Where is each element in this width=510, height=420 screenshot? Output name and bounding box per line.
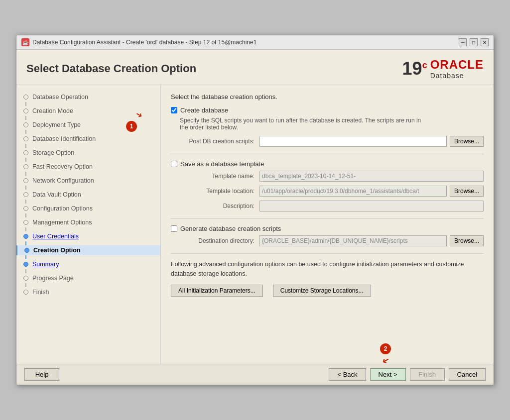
dot-management-options [23,220,28,225]
dest-dir-browse[interactable]: Browse... [450,235,484,246]
advanced-text: Following advanced configuration options… [171,260,484,279]
maximize-button[interactable]: □ [470,38,478,46]
footer-right: 2 ➜ < Back Next > Finish Cancel [329,368,486,381]
dest-dir-row: Destination directory: Browse... [180,235,484,246]
sidebar-label-creation-mode: Creation Mode [32,107,73,114]
back-button[interactable]: < Back [329,368,366,381]
sidebar-item-network-configuration: Network Configuration [16,176,160,186]
create-database-label: Create database [180,106,228,114]
finish-button[interactable]: Finish [410,368,445,381]
customize-storage-button[interactable]: Customize Storage Locations... [273,285,371,297]
save-template-checkbox[interactable] [171,161,177,167]
cancel-button[interactable]: Cancel [449,368,486,381]
dot-summary [23,262,28,267]
sidebar-label-storage-option: Storage Option [32,149,74,156]
annotation-circle-2: 2 [380,343,391,354]
dot-creation-option [24,248,29,253]
sidebar-label-deployment-type: Deployment Type [32,121,81,128]
oracle-brand: ORACLE [430,58,484,72]
sidebar-item-database-operation: Database Operation [16,92,160,102]
sidebar-item-creation-option: Creation Option [16,245,160,255]
sidebar-item-database-identification: Database Identification [16,134,160,144]
sidebar-item-deployment-type: Deployment Type [16,120,160,130]
sidebar-item-user-credentials[interactable]: User Credentials [16,231,160,241]
dot-progress-page [23,276,28,281]
title-bar-controls: ─ □ ✕ [459,38,489,46]
post-db-scripts-input[interactable] [259,136,447,147]
dot-finish [23,290,28,295]
dot-storage-option [23,150,28,155]
sidebar-label-creation-option: Creation Option [33,247,80,254]
dot-configuration-options [23,206,28,211]
next-button[interactable]: Next > [370,368,406,381]
template-name-label: Template name: [180,173,259,180]
main-window: ☕ Database Configuration Assistant - Cre… [16,35,494,385]
annotation-arrow-2: ➜ [380,354,391,368]
save-template-indented: Template name: Template location: Browse… [180,171,484,211]
app-icon: ☕ [21,38,29,46]
dest-dir-input[interactable] [259,235,447,246]
sidebar-label-data-vault-option: Data Vault Option [32,191,81,198]
save-template-group: Save as a database template Template nam… [171,160,484,211]
sidebar-item-management-options: Management Options [16,217,160,227]
sidebar: 1 ➜ Database Operation Creation Mode [16,85,161,364]
content: 1 ➜ Database Operation Creation Mode [16,85,494,364]
description-row: Description: [180,201,484,211]
dest-dir-label: Destination directory: [180,237,259,244]
sidebar-item-progress-page: Progress Page [16,273,160,283]
title-bar-left: ☕ Database Configuration Assistant - Cre… [21,38,256,46]
footer-left: Help [24,368,59,381]
header: Select Database Creation Option 19c ORAC… [16,50,494,85]
sidebar-label-network-configuration: Network Configuration [32,177,94,184]
oracle-db: Database [430,72,464,80]
dot-creation-mode [23,108,28,113]
oracle-logo: 19c ORACLE Database [402,58,484,80]
template-location-label: Template location: [180,188,259,195]
title-bar: ☕ Database Configuration Assistant - Cre… [16,35,494,50]
sidebar-item-summary[interactable]: Summary [16,259,160,269]
sidebar-label-user-credentials[interactable]: User Credentials [32,233,79,240]
template-location-browse[interactable]: Browse... [450,186,484,197]
template-name-input[interactable] [259,171,484,182]
sidebar-item-finish: Finish [16,287,160,297]
generate-scripts-label: Generate database creation scripts [180,225,281,232]
dot-deployment-type [23,122,28,127]
minimize-button[interactable]: ─ [459,38,467,46]
sidebar-item-configuration-options: Configuration Options [16,204,160,213]
dot-fast-recovery-option [23,164,28,169]
main-description: Select the database creation options. [171,93,484,101]
generate-scripts-group: Generate database creation scripts Desti… [171,225,484,246]
template-location-input[interactable] [259,186,447,197]
oracle-text: ORACLE Database [430,58,484,80]
sidebar-label-database-operation: Database Operation [32,94,88,101]
oracle-version: 19c [402,58,427,79]
description-label: Description: [180,203,259,210]
generate-scripts-checkbox-label[interactable]: Generate database creation scripts [171,225,484,232]
sidebar-list: Database Operation Creation Mode Deploym… [16,92,160,297]
dot-data-vault-option [23,192,28,197]
create-database-checkbox[interactable] [171,107,177,113]
footer: Help 2 ➜ < Back Next > Finish Cancel [16,364,494,385]
annotation-circle-1: 1 [126,121,137,132]
create-database-group: Create database Specify the SQL scripts … [171,106,484,147]
sidebar-label-finish: Finish [32,289,49,296]
description-input[interactable] [259,201,484,211]
create-database-indented: Specify the SQL scripts you want to run … [180,117,484,147]
dot-database-operation [23,95,28,100]
post-db-scripts-browse[interactable]: Browse... [450,136,484,147]
save-template-checkbox-label[interactable]: Save as a database template [171,160,484,168]
generate-scripts-checkbox[interactable] [171,225,177,232]
all-init-parameters-button[interactable]: All Initialization Parameters... [171,285,263,297]
create-database-checkbox-label[interactable]: Create database [171,106,484,114]
help-button[interactable]: Help [24,368,59,381]
dot-network-configuration [23,178,28,183]
page-title: Select Database Creation Option [26,62,196,75]
sidebar-item-fast-recovery-option: Fast Recovery Option [16,162,160,172]
sidebar-label-configuration-options: Configuration Options [32,205,93,212]
close-button[interactable]: ✕ [481,38,489,46]
sidebar-label-progress-page: Progress Page [32,275,74,282]
window-title: Database Configuration Assistant - Creat… [32,39,256,46]
main-content: Select the database creation options. Cr… [161,85,494,364]
sidebar-label-fast-recovery-option: Fast Recovery Option [32,163,93,170]
sidebar-label-summary[interactable]: Summary [32,261,59,268]
